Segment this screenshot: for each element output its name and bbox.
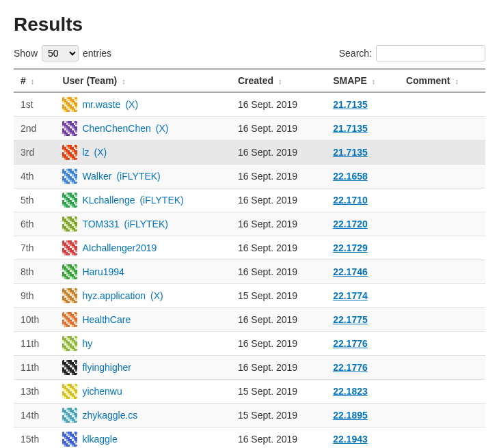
col-header-rank[interactable]: # ↕ bbox=[14, 69, 55, 92]
table-controls: Show 102550100 entries Search: bbox=[14, 45, 485, 61]
smape-value[interactable]: 22.1943 bbox=[333, 434, 368, 445]
comment-cell bbox=[399, 141, 485, 165]
table-row: 13thyichenwu15 Sept. 201922.1823 bbox=[14, 380, 485, 404]
sort-icon: ↕ bbox=[122, 77, 126, 85]
avatar bbox=[62, 240, 77, 255]
smape-value[interactable]: 22.1729 bbox=[333, 242, 368, 253]
smape-value[interactable]: 22.1775 bbox=[333, 314, 368, 325]
user-link[interactable]: hyz.application bbox=[82, 290, 146, 301]
user-cell: ChenChenChen (X) bbox=[55, 117, 230, 141]
page-title: Results bbox=[14, 14, 485, 36]
table-row: 7thAIchallenger201916 Sept. 201922.1729 bbox=[14, 236, 485, 260]
avatar bbox=[62, 145, 77, 160]
user-cell: AIchallenger2019 bbox=[55, 236, 230, 260]
smape-cell: 22.1776 bbox=[326, 356, 399, 380]
user-link[interactable]: klkaggle bbox=[82, 434, 117, 445]
user-cell: Haru1994 bbox=[55, 260, 230, 284]
search-input[interactable] bbox=[376, 45, 485, 61]
avatar bbox=[62, 169, 77, 184]
smape-cell: 22.1720 bbox=[326, 212, 399, 236]
smape-cell: 22.1774 bbox=[326, 284, 399, 308]
user-link[interactable]: ChenChenChen bbox=[82, 123, 150, 134]
created-cell: 16 Sept. 2019 bbox=[231, 188, 326, 212]
comment-cell bbox=[399, 404, 485, 428]
smape-value[interactable]: 22.1710 bbox=[333, 195, 368, 206]
user-link[interactable]: hy bbox=[82, 338, 92, 349]
team-label: (iFLYTEK) bbox=[139, 195, 183, 206]
smape-cell: 22.1729 bbox=[326, 236, 399, 260]
user-link[interactable]: mr.waste bbox=[82, 99, 120, 110]
created-cell: 16 Sept. 2019 bbox=[231, 165, 326, 188]
smape-value[interactable]: 22.1776 bbox=[333, 338, 368, 349]
rank-cell: 3rd bbox=[14, 141, 55, 165]
created-cell: 16 Sept. 2019 bbox=[231, 92, 326, 117]
table-row: 11thflyinghigher16 Sept. 201922.1776 bbox=[14, 356, 485, 380]
user-cell: hy bbox=[55, 332, 230, 356]
user-cell: KLchallenge (iFLYTEK) bbox=[55, 188, 230, 212]
smape-value[interactable]: 22.1720 bbox=[333, 219, 368, 229]
smape-value[interactable]: 21.7135 bbox=[333, 147, 368, 158]
created-cell: 15 Sept. 2019 bbox=[231, 284, 326, 308]
user-cell: zhykaggle.cs bbox=[55, 404, 230, 428]
user-link[interactable]: Walker bbox=[82, 171, 111, 182]
rank-cell: 14th bbox=[14, 404, 55, 428]
user-cell: TOM331 (iFLYTEK) bbox=[55, 212, 230, 236]
created-cell: 16 Sept. 2019 bbox=[231, 428, 326, 449]
col-header-smape[interactable]: SMAPE ↕ bbox=[326, 69, 399, 92]
rank-cell: 13th bbox=[14, 380, 55, 404]
created-cell: 16 Sept. 2019 bbox=[231, 260, 326, 284]
user-link[interactable]: flyinghigher bbox=[82, 362, 131, 373]
smape-value[interactable]: 21.7135 bbox=[333, 123, 368, 134]
user-link[interactable]: AIchallenger2019 bbox=[82, 242, 157, 253]
avatar bbox=[62, 408, 77, 423]
table-row: 1stmr.waste (X)16 Sept. 201921.7135 bbox=[14, 92, 485, 117]
user-link[interactable]: TOM331 bbox=[82, 219, 119, 229]
user-cell: Walker (iFLYTEK) bbox=[55, 165, 230, 188]
user-link[interactable]: lz bbox=[82, 147, 89, 158]
smape-value[interactable]: 22.1895 bbox=[333, 410, 368, 421]
avatar bbox=[62, 97, 77, 112]
smape-cell: 22.1895 bbox=[326, 404, 399, 428]
col-header-created[interactable]: Created ↕ bbox=[231, 69, 326, 92]
search-box: Search: bbox=[339, 45, 485, 61]
rank-cell: 10th bbox=[14, 308, 55, 332]
col-header-user[interactable]: User (Team) ↕ bbox=[55, 69, 230, 92]
table-row: 15thklkaggle16 Sept. 201922.1943 bbox=[14, 428, 485, 449]
rank-cell: 5th bbox=[14, 188, 55, 212]
show-entries-control: Show 102550100 entries bbox=[14, 45, 111, 61]
user-link[interactable]: HealthCare bbox=[82, 314, 131, 325]
comment-cell bbox=[399, 332, 485, 356]
user-cell: flyinghigher bbox=[55, 356, 230, 380]
avatar bbox=[62, 384, 77, 399]
team-label: (iFLYTEK) bbox=[116, 171, 160, 182]
smape-value[interactable]: 22.1774 bbox=[333, 290, 368, 301]
smape-value[interactable]: 22.1776 bbox=[333, 362, 368, 373]
sort-icon: ↕ bbox=[31, 77, 35, 85]
created-cell: 16 Sept. 2019 bbox=[231, 236, 326, 260]
search-label: Search: bbox=[339, 48, 372, 59]
table-body: 1stmr.waste (X)16 Sept. 201921.71352ndCh… bbox=[14, 92, 485, 448]
avatar bbox=[62, 336, 77, 351]
user-cell: hyz.application (X) bbox=[55, 284, 230, 308]
comment-cell bbox=[399, 212, 485, 236]
user-link[interactable]: Haru1994 bbox=[82, 266, 124, 277]
created-cell: 15 Sept. 2019 bbox=[231, 404, 326, 428]
user-cell: yichenwu bbox=[55, 380, 230, 404]
smape-value[interactable]: 22.1823 bbox=[333, 386, 368, 397]
user-link[interactable]: KLchallenge bbox=[82, 195, 135, 206]
smape-value[interactable]: 22.1746 bbox=[333, 266, 368, 277]
team-label: (iFLYTEK) bbox=[124, 219, 168, 229]
smape-cell: 22.1746 bbox=[326, 260, 399, 284]
entries-select[interactable]: 102550100 bbox=[42, 45, 79, 61]
smape-cell: 21.7135 bbox=[326, 141, 399, 165]
smape-value[interactable]: 22.1658 bbox=[333, 171, 368, 182]
results-table: # ↕User (Team) ↕Created ↕SMAPE ↕Comment … bbox=[14, 68, 485, 448]
rank-cell: 7th bbox=[14, 236, 55, 260]
smape-value[interactable]: 21.7135 bbox=[333, 99, 368, 110]
smape-cell: 21.7135 bbox=[326, 92, 399, 117]
created-cell: 16 Sept. 2019 bbox=[231, 117, 326, 141]
team-label: (X) bbox=[94, 147, 107, 158]
user-link[interactable]: yichenwu bbox=[82, 386, 122, 397]
col-header-comment[interactable]: Comment ↕ bbox=[399, 69, 485, 92]
user-link[interactable]: zhykaggle.cs bbox=[82, 410, 137, 421]
